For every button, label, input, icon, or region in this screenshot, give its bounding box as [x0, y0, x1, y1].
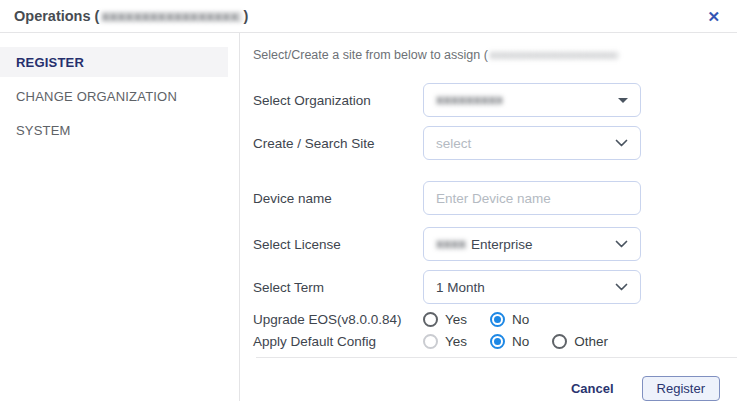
dialog-title: Operations ( xxxxxxxxxxxxxxxxxxxxxxxx ) — [14, 8, 248, 24]
footer-actions: Cancel Register — [253, 376, 737, 401]
device-name-label: Device name — [253, 191, 423, 206]
license-value-redacted: xxxx — [436, 237, 466, 251]
create-search-site-label: Create / Search Site — [253, 136, 423, 151]
info-redacted-serial: xxxxxxxxxxxxxxxxxxxxxx — [490, 48, 618, 62]
dialog-title-prefix: Operations ( — [14, 8, 99, 24]
chevron-down-icon — [615, 139, 628, 147]
organization-value-redacted: xxxxxxxxxx — [436, 93, 502, 107]
select-organization-row: Select Organization xxxxxxxxxx — [253, 83, 737, 117]
upgrade-eos-radio-group: Yes No — [423, 312, 529, 327]
radio-option-label: Yes — [445, 312, 467, 327]
apply-default-config-other-radio[interactable]: Other — [552, 334, 608, 349]
register-button[interactable]: Register — [642, 376, 720, 401]
apply-default-config-label: Apply Default Config — [253, 334, 423, 349]
radio-checked-icon — [490, 334, 505, 349]
register-form-panel: Select/Create a site from below to assig… — [240, 33, 737, 401]
title-redacted-serial: xxxxxxxxxxxxxxxxxxxxxxxx — [101, 9, 241, 23]
close-button[interactable]: ✕ — [703, 7, 724, 26]
radio-option-label: No — [512, 312, 529, 327]
dialog-body: REGISTER CHANGE ORGANIZATION SYSTEM Sele… — [0, 33, 737, 401]
radio-unchecked-icon — [423, 312, 438, 327]
upgrade-eos-yes-radio[interactable]: Yes — [423, 312, 467, 327]
assign-info-text: Select/Create a site from below to assig… — [253, 47, 737, 63]
select-license-dropdown[interactable]: xxxx Enterprise — [423, 227, 641, 261]
chevron-down-icon — [615, 240, 628, 248]
sidebar-item-system[interactable]: SYSTEM — [0, 115, 239, 145]
sidebar: REGISTER CHANGE ORGANIZATION SYSTEM — [0, 33, 240, 401]
radio-option-label: Yes — [445, 334, 467, 349]
cancel-button[interactable]: Cancel — [571, 381, 614, 396]
term-value: 1 Month — [436, 280, 485, 295]
upgrade-eos-label: Upgrade EOS(v8.0.0.84) — [253, 312, 423, 327]
select-organization-dropdown[interactable]: xxxxxxxxxx — [423, 83, 641, 117]
chevron-down-icon — [615, 283, 628, 291]
sidebar-item-label: REGISTER — [16, 55, 84, 70]
upgrade-eos-row: Upgrade EOS(v8.0.0.84) Yes No — [253, 311, 737, 329]
caret-down-icon — [618, 98, 628, 103]
radio-option-label: Other — [574, 334, 608, 349]
assign-info-prefix: Select/Create a site from below to assig… — [253, 47, 488, 63]
radio-disabled-icon — [423, 334, 438, 349]
select-term-dropdown[interactable]: 1 Month — [423, 270, 641, 304]
select-organization-label: Select Organization — [253, 93, 423, 108]
license-value: xxxx Enterprise — [436, 237, 533, 252]
license-value-text: Enterprise — [471, 237, 533, 252]
footer-divider — [256, 357, 737, 358]
select-license-row: Select License xxxx Enterprise — [253, 227, 737, 261]
apply-default-config-yes-radio: Yes — [423, 334, 467, 349]
device-name-input[interactable] — [423, 181, 641, 215]
select-term-row: Select Term 1 Month — [253, 270, 737, 304]
upgrade-eos-no-radio[interactable]: No — [490, 312, 529, 327]
apply-default-config-row: Apply Default Config Yes No Other — [253, 333, 737, 351]
dialog-header: Operations ( xxxxxxxxxxxxxxxxxxxxxxxx ) … — [0, 0, 737, 33]
apply-default-config-no-radio[interactable]: No — [490, 334, 529, 349]
site-placeholder-text: select — [436, 136, 471, 151]
sidebar-item-label: CHANGE ORGANIZATION — [16, 89, 177, 104]
create-search-site-dropdown[interactable]: select — [423, 126, 641, 160]
select-license-label: Select License — [253, 237, 423, 252]
radio-option-label: No — [512, 334, 529, 349]
select-term-label: Select Term — [253, 280, 423, 295]
operations-dialog: Operations ( xxxxxxxxxxxxxxxxxxxxxxxx ) … — [0, 0, 737, 401]
apply-default-config-radio-group: Yes No Other — [423, 334, 608, 349]
create-search-site-row: Create / Search Site select — [253, 126, 737, 160]
radio-checked-icon — [490, 312, 505, 327]
radio-unchecked-icon — [552, 334, 567, 349]
sidebar-item-register[interactable]: REGISTER — [0, 47, 228, 77]
dialog-title-suffix: ) — [243, 8, 248, 24]
sidebar-item-change-organization[interactable]: CHANGE ORGANIZATION — [0, 81, 239, 111]
sidebar-item-label: SYSTEM — [16, 123, 71, 138]
device-name-row: Device name — [253, 181, 737, 215]
close-icon: ✕ — [707, 8, 720, 25]
